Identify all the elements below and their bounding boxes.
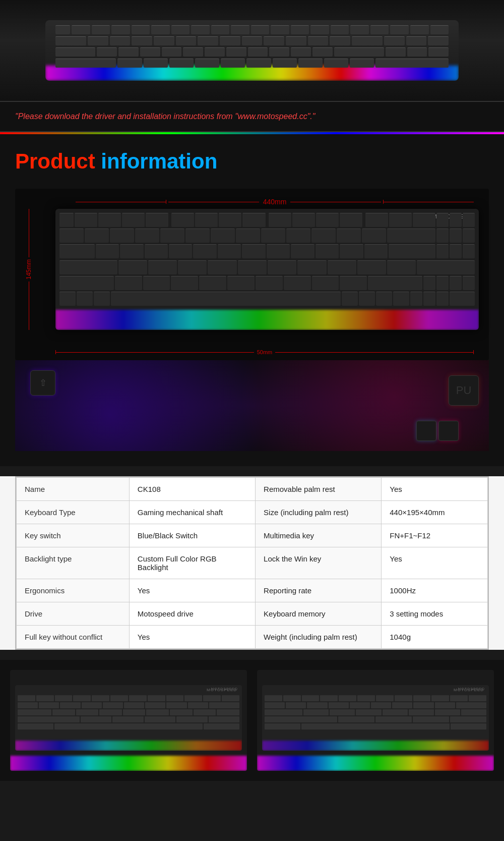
spec-label-right-5: Keyboard memory — [256, 602, 382, 626]
keyboard-background-decorative: ⇧ PU — [15, 360, 489, 451]
dimension-width: 440mm — [76, 198, 474, 206]
height-label: 145mm — [25, 257, 32, 282]
product-info-title: Product information — [15, 149, 489, 174]
specs-section: NameCK108Removable palm restYesKeyboard … — [0, 476, 504, 650]
spec-value-right-5: 3 setting modes — [382, 602, 488, 626]
spec-value-right-6: 1040g — [382, 626, 488, 649]
spec-label-right-0: Removable palm rest — [256, 478, 382, 501]
specs-row-1: Keyboard TypeGaming mechanical shaftSize… — [17, 501, 488, 524]
product-info-section: Product information 440mm 145mm MOTOSPEE… — [0, 134, 504, 466]
palmrest-label: 50mm — [254, 349, 276, 355]
specs-row-3: Backlight typeCustom Full Color RGB Back… — [17, 547, 488, 579]
spec-label-right-1: Size (including palm rest) — [256, 501, 382, 524]
spec-label-left-4: Ergonomics — [17, 579, 130, 602]
spec-label-left-3: Backlight type — [17, 547, 130, 579]
spec-value-right-1: 440×195×40mm — [382, 501, 488, 524]
width-label: 440mm — [259, 198, 291, 206]
top-keyboard-image — [0, 0, 504, 101]
spec-value-right-4: 1000Hz — [382, 579, 488, 602]
spec-label-left-6: Full key without conflict — [17, 626, 130, 649]
specs-table-container: NameCK108Removable palm restYesKeyboard … — [15, 476, 489, 650]
spec-value-right-0: Yes — [382, 478, 488, 501]
title-word1: Product — [15, 149, 101, 173]
specs-row-5: DriveMotospeed driveKeyboard memory3 set… — [17, 602, 488, 626]
driver-notice-text: "Please download the driver and installa… — [15, 112, 489, 121]
spec-label-right-2: Multimedia key — [256, 524, 382, 547]
spec-value-left-5: Motospeed drive — [129, 602, 255, 626]
bottom-keyboard-right-image: MOTOSPEED — [262, 685, 489, 751]
specs-row-6: Full key without conflictYesWeight (incl… — [17, 626, 488, 649]
keyboard-diagram: 440mm 145mm MOTOSPEED — [15, 189, 489, 360]
specs-row-0: NameCK108Removable palm restYes — [17, 478, 488, 501]
keyboard-top-visual — [45, 20, 459, 81]
spec-value-right-3: Yes — [382, 547, 488, 579]
spec-label-right-6: Weight (including palm rest) — [256, 626, 382, 649]
spec-label-right-4: Reporting rate — [256, 579, 382, 602]
spec-value-left-4: Yes — [129, 579, 255, 602]
spec-value-left-0: CK108 — [129, 478, 255, 501]
spec-label-left-5: Drive — [17, 602, 130, 626]
dimension-palmrest: 50mm — [55, 349, 474, 355]
bottom-images-section: MOTOSPEED — [0, 660, 504, 781]
title-word2: information — [101, 149, 217, 173]
spec-value-left-1: Gaming mechanical shaft — [129, 501, 255, 524]
specs-row-4: ErgonomicsYesReporting rate1000Hz — [17, 579, 488, 602]
specs-row-2: Key switchBlue/Black SwitchMultimedia ke… — [17, 524, 488, 547]
spec-label-right-3: Lock the Win key — [256, 547, 382, 579]
spec-value-right-2: FN+F1~F12 — [382, 524, 488, 547]
driver-notice-section: "Please download the driver and installa… — [0, 101, 504, 132]
bottom-keyboard-left: MOTOSPEED — [10, 670, 247, 771]
spec-value-left-3: Custom Full Color RGB Backlight — [129, 547, 255, 579]
bottom-keyboard-left-image: MOTOSPEED — [15, 685, 242, 751]
spec-value-left-6: Yes — [129, 626, 255, 649]
spec-label-left-2: Key switch — [17, 524, 130, 547]
spec-label-left-1: Keyboard Type — [17, 501, 130, 524]
dimension-height: 145mm — [25, 209, 32, 330]
bottom-keyboard-right: MOTOSPEED — [257, 670, 494, 771]
specs-table: NameCK108Removable palm restYesKeyboard … — [16, 477, 488, 649]
spec-label-left-0: Name — [17, 478, 130, 501]
spec-value-left-2: Blue/Black Switch — [129, 524, 255, 547]
keyboard-diagram-image: MOTOSPEED — [55, 209, 479, 330]
